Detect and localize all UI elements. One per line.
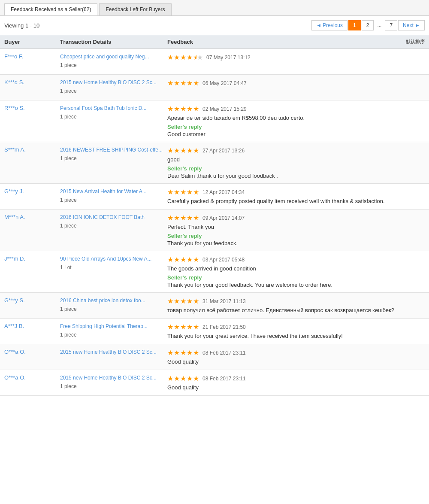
feedback-date: 06 May 2017 04:47 (202, 80, 247, 86)
star-empty: ★ (197, 53, 203, 61)
feedback-text: товар получил всё работает отлично. Един… (167, 307, 425, 313)
star-rating: ★★★★★ (167, 297, 199, 305)
feedback-date: 08 Feb 2017 23:11 (202, 350, 246, 356)
transaction-link[interactable]: Cheapest price and good quality Neg... (60, 54, 149, 60)
star-filled: ★ (187, 255, 193, 264)
transaction-cell: 2015 new Home Healthy BIO DISC 2 Sc...1 … (60, 79, 167, 94)
table-row: O***a O.2015 new Home Healthy BIO DISC 2… (0, 344, 429, 370)
buyer-name[interactable]: O***a O. (4, 349, 26, 355)
star-filled: ★ (174, 255, 180, 264)
buyer-cell: F***o F. (4, 53, 60, 60)
tab[interactable]: Feedback Received as a Seller(62) (4, 3, 97, 15)
feedback-cell: ★★★★★★07 May 2017 13:12 (167, 53, 425, 61)
table-row: F***o F.Cheapest price and good quality … (0, 49, 429, 75)
page-button[interactable]: 1 (348, 20, 361, 30)
next-button[interactable]: Next ► (398, 20, 425, 30)
table-row: K***d S.2015 new Home Healthy BIO DISC 2… (0, 75, 429, 100)
feedback-cell: ★★★★★09 Apr 2017 14:07Perfect. Thank you… (167, 214, 425, 246)
page-button[interactable]: 7 (385, 20, 397, 30)
seller-reply-text: Thank you for your good feedback. You ar… (167, 282, 425, 288)
buyer-name[interactable]: R***o S. (4, 105, 25, 111)
star-filled: ★ (180, 374, 186, 383)
buyer-cell: M***n A. (4, 214, 60, 220)
star-filled: ★ (187, 146, 193, 155)
star-filled: ★ (193, 349, 199, 357)
star-filled: ★ (193, 214, 199, 222)
transaction-link[interactable]: 2016 NEWEST FREE SHIPPING Cost-effe... (60, 147, 163, 153)
page-button[interactable]: 2 (362, 20, 374, 30)
table-row: R***o S.Personal Foot Spa Bath Tub Ionic… (0, 100, 429, 142)
star-filled: ★ (167, 255, 173, 264)
buyer-name[interactable]: F***o F. (4, 53, 23, 60)
feedback-cell: ★★★★★12 Apr 2017 04:34Carefully packed &… (167, 188, 425, 204)
transaction-link[interactable]: 2016 China best price ion detox foo... (60, 298, 145, 304)
feedback-date: 08 Feb 2017 23:11 (202, 376, 246, 382)
feedback-date: 09 Apr 2017 14:07 (202, 215, 245, 221)
feedback-cell: ★★★★★02 May 2017 15:29Apesar de ter sido… (167, 105, 425, 137)
transaction-link[interactable]: Free Shipping High Potential Therap... (60, 323, 148, 329)
table-row: J***m D.90 Piece Old Arrays And 10pcs Ne… (0, 251, 429, 293)
star-filled: ★ (167, 188, 173, 196)
star-filled: ★ (174, 214, 180, 222)
transaction-link[interactable]: 2015 new Home Healthy BIO DISC 2 Sc... (60, 79, 157, 85)
star-filled: ★ (187, 105, 193, 113)
buyer-name[interactable]: G***y S. (4, 297, 25, 304)
transaction-link[interactable]: Personal Foot Spa Bath Tub Ionic D... (60, 105, 146, 111)
viewing-text: Viewing 1 - 10 (4, 22, 39, 29)
star-filled: ★ (167, 53, 173, 61)
buyer-name[interactable]: G***y J. (4, 188, 24, 194)
feedback-date: 02 May 2017 15:29 (202, 106, 247, 112)
star-filled: ★ (167, 323, 173, 331)
star-rating: ★★★★★★ (167, 53, 203, 61)
star-rating: ★★★★★ (167, 105, 199, 113)
transaction-link[interactable]: 2015 New Arrival Health for Water A... (60, 188, 147, 194)
seller-reply-label: Seller's reply (167, 124, 425, 130)
star-filled: ★ (174, 53, 180, 61)
feedback-text: Perfect. Thank you (167, 224, 425, 230)
buyer-cell: G***y J. (4, 188, 60, 194)
feedback-date: 21 Feb 2017 21:50 (202, 324, 246, 330)
seller-reply-label: Seller's reply (167, 233, 425, 239)
transaction-link[interactable]: 2015 new Home Healthy BIO DISC 2 Sc... (60, 349, 157, 355)
transaction-link[interactable]: 2016 ION IONIC DETOX FOOT Bath (60, 214, 145, 220)
stars-row: ★★★★★★07 May 2017 13:12 (167, 53, 425, 61)
transaction-link[interactable]: 2015 new Home Healthy BIO DISC 2 Sc... (60, 375, 157, 381)
stars-row: ★★★★★09 Apr 2017 14:07 (167, 214, 425, 222)
transaction-link[interactable]: 90 Piece Old Arrays And 10pcs New A... (60, 256, 151, 262)
buyer-cell: R***o S. (4, 105, 60, 111)
stars-row: ★★★★★08 Feb 2017 23:11 (167, 374, 425, 383)
transaction-cell: 2015 new Home Healthy BIO DISC 2 Sc... (60, 349, 167, 355)
buyer-cell: K***d S. (4, 79, 60, 85)
buyer-name[interactable]: K***d S. (4, 79, 24, 85)
feedback-text: Thank you for your great service. I have… (167, 333, 425, 339)
star-filled: ★ (193, 374, 199, 383)
star-rating: ★★★★★ (167, 374, 199, 383)
buyer-name[interactable]: S***m A. (4, 146, 26, 153)
star-filled: ★ (174, 323, 180, 331)
table-row: S***m A.2016 NEWEST FREE SHIPPING Cost-e… (0, 142, 429, 184)
star-filled: ★ (193, 188, 199, 196)
tab[interactable]: Feedback Left For Buyers (99, 3, 171, 15)
star-rating: ★★★★★ (167, 214, 199, 222)
buyer-name[interactable]: M***n A. (4, 214, 25, 220)
seller-reply-label: Seller's reply (167, 274, 425, 281)
feedback-cell: ★★★★★03 Apr 2017 05:48The goods arrived … (167, 255, 425, 288)
buyer-name[interactable]: O***a O. (4, 374, 26, 381)
buyer-name[interactable]: A***J B. (4, 323, 24, 329)
star-filled: ★ (193, 297, 199, 305)
star-filled: ★ (187, 53, 193, 61)
star-filled: ★ (187, 297, 193, 305)
star-filled: ★ (174, 79, 180, 87)
prev-button[interactable]: ◄ Previous (311, 20, 347, 30)
buyer-name[interactable]: J***m D. (4, 255, 25, 262)
star-filled: ★ (180, 79, 186, 87)
star-filled: ★ (187, 79, 193, 87)
star-filled: ★ (187, 214, 193, 222)
table-row: G***y S.2016 China best price ion detox … (0, 293, 429, 319)
seller-reply-text: Thank you for you feedback. (167, 240, 425, 246)
col-transaction: Transaction Details (60, 39, 167, 45)
col-feedback: Feedback (167, 39, 390, 45)
feedback-text: Good quality (167, 358, 425, 365)
feedback-table: F***o F.Cheapest price and good quality … (0, 49, 429, 396)
col-buyer: Buyer (4, 39, 60, 45)
